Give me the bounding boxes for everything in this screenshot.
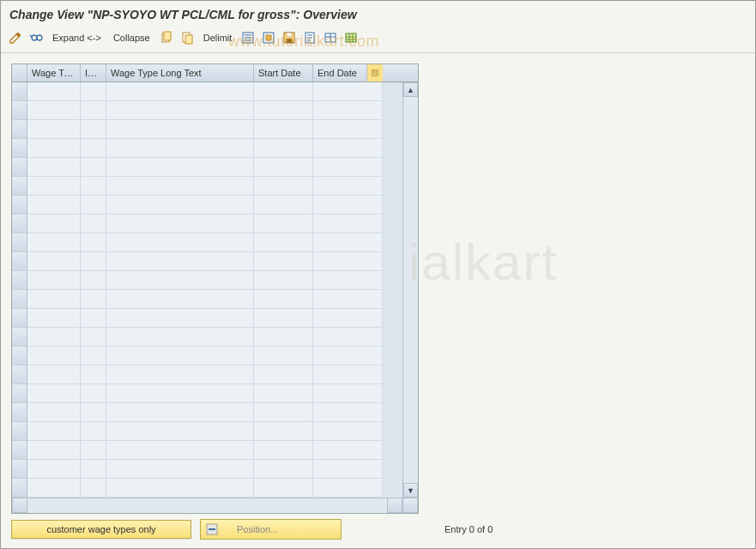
cell-wage-type[interactable] xyxy=(27,422,81,441)
table-row[interactable] xyxy=(12,196,402,214)
cell-end-date[interactable] xyxy=(313,365,383,384)
table-row[interactable] xyxy=(12,290,402,309)
cell-end-date[interactable] xyxy=(313,82,383,101)
cell-inf[interactable] xyxy=(81,82,106,101)
cell-inf[interactable] xyxy=(81,158,106,177)
row-selector[interactable] xyxy=(12,158,27,177)
cell-start-date[interactable] xyxy=(254,365,313,384)
hscroll-left[interactable] xyxy=(12,498,27,513)
cell-long-text[interactable] xyxy=(106,177,254,196)
cell-start-date[interactable] xyxy=(254,441,313,460)
cell-inf[interactable] xyxy=(81,309,106,328)
row-selector[interactable] xyxy=(12,347,27,365)
cell-wage-type[interactable] xyxy=(27,177,81,196)
grid-settings-icon[interactable] xyxy=(343,30,359,45)
table-row[interactable] xyxy=(12,158,402,177)
cell-end-date[interactable] xyxy=(313,177,383,196)
cell-wage-type[interactable] xyxy=(27,252,81,271)
hscroll-right[interactable] xyxy=(387,498,402,513)
cell-long-text[interactable] xyxy=(106,422,254,441)
cell-inf[interactable] xyxy=(81,403,106,422)
row-selector[interactable] xyxy=(12,177,27,196)
table-row[interactable] xyxy=(12,252,402,271)
cell-start-date[interactable] xyxy=(254,214,313,233)
cell-inf[interactable] xyxy=(81,441,106,460)
select-all-icon[interactable] xyxy=(240,30,256,45)
cell-wage-type[interactable] xyxy=(27,196,81,214)
cell-long-text[interactable] xyxy=(106,403,254,422)
row-selector[interactable] xyxy=(12,384,27,403)
cell-start-date[interactable] xyxy=(254,271,313,290)
table-row[interactable] xyxy=(12,422,402,441)
table-row[interactable] xyxy=(12,120,402,139)
scroll-track[interactable] xyxy=(403,97,418,483)
position-button[interactable]: Position... xyxy=(200,519,342,540)
cell-long-text[interactable] xyxy=(106,82,254,101)
cell-wage-type[interactable] xyxy=(27,233,81,252)
cell-end-date[interactable] xyxy=(313,422,383,441)
cell-start-date[interactable] xyxy=(254,82,313,101)
table-row[interactable] xyxy=(12,328,402,347)
row-selector[interactable] xyxy=(12,233,27,252)
cell-wage-type[interactable] xyxy=(27,479,81,498)
table-row[interactable] xyxy=(12,384,402,403)
cell-wage-type[interactable] xyxy=(27,120,81,139)
delimit-button[interactable]: Delimit xyxy=(200,31,236,45)
row-selector[interactable] xyxy=(12,271,27,290)
cell-end-date[interactable] xyxy=(313,101,383,120)
cell-long-text[interactable] xyxy=(106,290,254,309)
col-header-inf[interactable]: Inf... xyxy=(81,64,106,81)
table-row[interactable] xyxy=(12,347,402,365)
cell-end-date[interactable] xyxy=(313,309,383,328)
cell-wage-type[interactable] xyxy=(27,271,81,290)
cell-long-text[interactable] xyxy=(106,252,254,271)
cell-wage-type[interactable] xyxy=(27,82,81,101)
row-selector[interactable] xyxy=(12,365,27,384)
cell-inf[interactable] xyxy=(81,384,106,403)
cell-long-text[interactable] xyxy=(106,328,254,347)
cell-wage-type[interactable] xyxy=(27,384,81,403)
cell-long-text[interactable] xyxy=(106,196,254,214)
cell-inf[interactable] xyxy=(81,139,106,158)
cell-long-text[interactable] xyxy=(106,460,254,479)
row-selector[interactable] xyxy=(12,290,27,309)
cell-long-text[interactable] xyxy=(106,139,254,158)
table-row[interactable] xyxy=(12,82,402,101)
table-row[interactable] xyxy=(12,214,402,233)
table-row[interactable] xyxy=(12,479,402,498)
cell-inf[interactable] xyxy=(81,365,106,384)
col-header-start-date[interactable]: Start Date xyxy=(254,64,313,81)
cell-wage-type[interactable] xyxy=(27,365,81,384)
cell-long-text[interactable] xyxy=(106,384,254,403)
row-selector[interactable] xyxy=(12,252,27,271)
vertical-scrollbar[interactable]: ▲ ▼ xyxy=(402,82,418,498)
cell-wage-type[interactable] xyxy=(27,158,81,177)
display-icon[interactable] xyxy=(28,30,44,45)
row-selector[interactable] xyxy=(12,196,27,214)
cell-start-date[interactable] xyxy=(254,422,313,441)
cell-long-text[interactable] xyxy=(106,233,254,252)
cell-inf[interactable] xyxy=(81,460,106,479)
cell-wage-type[interactable] xyxy=(27,139,81,158)
cell-inf[interactable] xyxy=(81,120,106,139)
scroll-up-icon[interactable]: ▲ xyxy=(403,82,418,97)
row-selector-header[interactable] xyxy=(12,64,27,81)
cell-start-date[interactable] xyxy=(254,120,313,139)
cell-inf[interactable] xyxy=(81,101,106,120)
cell-end-date[interactable] xyxy=(313,120,383,139)
cell-inf[interactable] xyxy=(81,196,106,214)
cell-wage-type[interactable] xyxy=(27,214,81,233)
cell-inf[interactable] xyxy=(81,214,106,233)
cell-end-date[interactable] xyxy=(313,328,383,347)
row-selector[interactable] xyxy=(12,139,27,158)
cell-long-text[interactable] xyxy=(106,214,254,233)
expand-button[interactable]: Expand <-> xyxy=(49,31,105,45)
cell-start-date[interactable] xyxy=(254,347,313,365)
cell-start-date[interactable] xyxy=(254,384,313,403)
cell-start-date[interactable] xyxy=(254,139,313,158)
cell-start-date[interactable] xyxy=(254,290,313,309)
cell-end-date[interactable] xyxy=(313,384,383,403)
row-selector[interactable] xyxy=(12,309,27,328)
row-selector[interactable] xyxy=(12,120,27,139)
cell-inf[interactable] xyxy=(81,422,106,441)
